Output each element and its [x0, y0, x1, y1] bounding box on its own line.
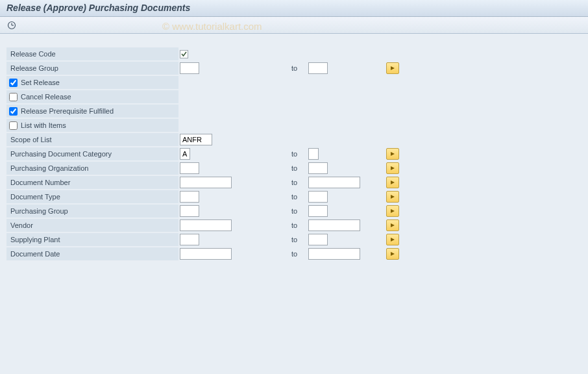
doc-type-from[interactable]	[180, 191, 199, 203]
row-set-release: Set Release	[6, 75, 582, 90]
release-code-value-checkbox[interactable]	[180, 50, 188, 58]
title-bar: Release (Approve) Purchasing Documents	[0, 0, 588, 17]
row-doc-number: Document Number to	[6, 175, 582, 190]
label-cancel-release: Cancel Release	[21, 93, 71, 101]
row-purch-group: Purchasing Group to	[6, 204, 582, 218]
doc-category-from[interactable]	[180, 148, 190, 160]
doc-type-multi-button[interactable]	[386, 191, 399, 203]
doc-number-from[interactable]	[180, 177, 232, 188]
row-doc-date: Document Date to	[6, 247, 582, 261]
label-release-prereq: Release Prerequisite Fulfilled	[21, 107, 114, 115]
row-cancel-release: Cancel Release	[6, 90, 582, 104]
form-content: Release Code Release Group to Set Releas…	[0, 34, 588, 268]
page-title: Release (Approve) Purchasing Documents	[6, 3, 582, 13]
label-doc-type: Document Type	[6, 190, 178, 203]
row-purch-org: Purchasing Organization to	[6, 161, 582, 175]
doc-date-from[interactable]	[180, 248, 232, 260]
label-scope-of-list: Scope of List	[6, 133, 178, 146]
doc-type-to[interactable]	[308, 191, 328, 203]
doc-number-to[interactable]	[308, 177, 360, 188]
vendor-multi-button[interactable]	[386, 219, 399, 231]
doc-date-multi-button[interactable]	[386, 248, 399, 260]
label-release-group: Release Group	[6, 62, 178, 75]
purch-org-to[interactable]	[308, 162, 328, 174]
label-doc-category: Purchasing Document Category	[6, 147, 178, 160]
doc-category-to[interactable]	[308, 148, 319, 160]
label-purch-org: Purchasing Organization	[6, 162, 178, 175]
row-release-group: Release Group to	[6, 61, 582, 75]
purch-group-to[interactable]	[308, 205, 328, 217]
svg-marker-5	[391, 166, 395, 170]
supplying-plant-from[interactable]	[180, 234, 199, 245]
svg-marker-6	[391, 181, 395, 184]
svg-marker-9	[391, 223, 395, 227]
release-group-to[interactable]	[308, 62, 328, 74]
doc-date-to[interactable]	[308, 248, 360, 260]
release-group-from[interactable]	[180, 62, 199, 74]
doc-category-multi-button[interactable]	[386, 148, 399, 160]
doc-number-multi-button[interactable]	[386, 177, 399, 188]
purch-group-multi-button[interactable]	[386, 205, 399, 217]
svg-marker-8	[391, 209, 395, 213]
label-vendor: Vendor	[6, 219, 178, 232]
svg-marker-11	[391, 252, 395, 256]
list-with-items-checkbox[interactable]	[9, 121, 18, 130]
label-supplying-plant: Supplying Plant	[6, 233, 178, 246]
label-release-code: Release Code	[6, 47, 178, 60]
row-release-code: Release Code	[6, 47, 582, 61]
purch-org-from[interactable]	[180, 162, 199, 174]
vendor-to[interactable]	[308, 219, 360, 231]
svg-marker-10	[391, 238, 395, 242]
cancel-release-checkbox[interactable]	[9, 93, 18, 101]
row-supplying-plant: Supplying Plant to	[6, 232, 582, 247]
row-doc-type: Document Type to	[6, 190, 582, 204]
to-label: to	[289, 64, 308, 72]
release-prereq-checkbox[interactable]	[9, 107, 18, 116]
scope-of-list-input[interactable]	[180, 134, 212, 145]
row-list-with-items: List with Items	[6, 118, 582, 132]
svg-marker-3	[391, 66, 395, 70]
row-release-prereq: Release Prerequisite Fulfilled	[6, 104, 582, 118]
label-list-with-items: List with Items	[21, 121, 66, 129]
svg-marker-7	[391, 195, 395, 199]
vendor-from[interactable]	[180, 219, 232, 231]
row-vendor: Vendor to	[6, 218, 582, 232]
row-doc-category: Purchasing Document Category to	[6, 147, 582, 161]
svg-marker-4	[391, 152, 395, 156]
label-doc-number: Document Number	[6, 176, 178, 189]
purch-org-multi-button[interactable]	[386, 162, 399, 174]
supplying-plant-to[interactable]	[308, 234, 328, 245]
label-set-release: Set Release	[21, 79, 60, 86]
supplying-plant-multi-button[interactable]	[386, 234, 399, 245]
row-scope-of-list: Scope of List	[6, 132, 582, 147]
purch-group-from[interactable]	[180, 205, 199, 217]
set-release-checkbox[interactable]	[9, 79, 18, 87]
release-group-multi-button[interactable]	[386, 62, 399, 74]
execute-icon[interactable]	[6, 20, 17, 31]
toolbar	[0, 17, 588, 34]
label-doc-date: Document Date	[6, 247, 178, 260]
label-purch-group: Purchasing Group	[6, 205, 178, 218]
